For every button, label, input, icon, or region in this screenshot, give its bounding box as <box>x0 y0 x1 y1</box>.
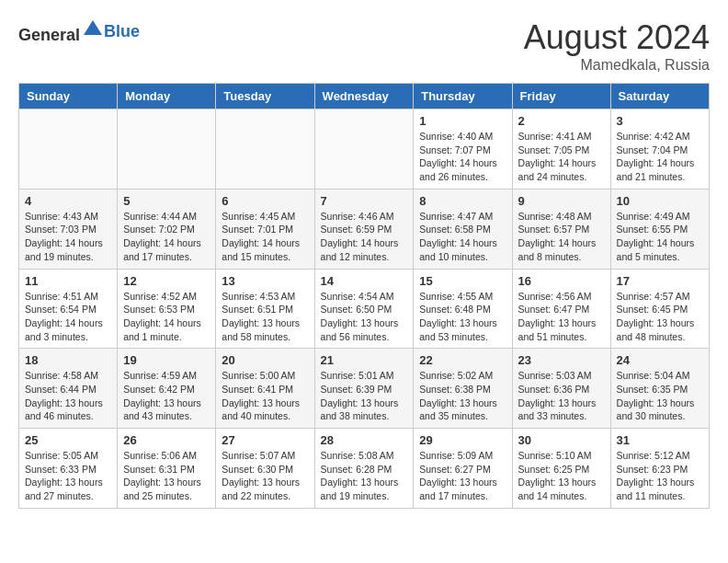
day-detail: Sunrise: 5:04 AM Sunset: 6:35 PM Dayligh… <box>617 369 703 423</box>
main-title: August 2024 <box>524 18 710 57</box>
day-detail: Sunrise: 5:05 AM Sunset: 6:33 PM Dayligh… <box>25 449 111 503</box>
day-detail: Sunrise: 4:54 AM Sunset: 6:50 PM Dayligh… <box>321 290 408 344</box>
logo-general: General <box>18 26 80 44</box>
day-number: 14 <box>321 274 408 288</box>
calendar-week-row: 1Sunrise: 4:40 AM Sunset: 7:07 PM Daylig… <box>19 109 710 190</box>
calendar-cell: 3Sunrise: 4:42 AM Sunset: 7:04 PM Daylig… <box>610 109 709 190</box>
calendar-cell: 20Sunrise: 5:00 AM Sunset: 6:41 PM Dayli… <box>216 349 314 429</box>
day-detail: Sunrise: 4:55 AM Sunset: 6:48 PM Dayligh… <box>419 290 506 344</box>
calendar-cell: 5Sunrise: 4:44 AM Sunset: 7:02 PM Daylig… <box>118 189 216 269</box>
day-detail: Sunrise: 4:44 AM Sunset: 7:02 PM Dayligh… <box>123 210 210 264</box>
day-number: 28 <box>321 433 408 447</box>
day-detail: Sunrise: 4:46 AM Sunset: 6:59 PM Dayligh… <box>321 210 408 264</box>
calendar-cell: 17Sunrise: 4:57 AM Sunset: 6:45 PM Dayli… <box>610 269 709 349</box>
calendar-cell: 9Sunrise: 4:48 AM Sunset: 6:57 PM Daylig… <box>512 189 610 269</box>
day-detail: Sunrise: 4:45 AM Sunset: 7:01 PM Dayligh… <box>222 210 308 264</box>
calendar-cell <box>19 109 118 190</box>
day-number: 6 <box>222 194 308 208</box>
title-block: August 2024 Mamedkala, Russia <box>524 18 710 74</box>
calendar-week-row: 4Sunrise: 4:43 AM Sunset: 7:03 PM Daylig… <box>19 189 710 269</box>
calendar-cell: 1Sunrise: 4:40 AM Sunset: 7:07 PM Daylig… <box>414 109 512 190</box>
day-detail: Sunrise: 4:56 AM Sunset: 6:47 PM Dayligh… <box>518 290 605 344</box>
calendar-cell: 21Sunrise: 5:01 AM Sunset: 6:39 PM Dayli… <box>314 349 414 429</box>
day-number: 15 <box>419 274 506 288</box>
calendar-week-row: 18Sunrise: 4:58 AM Sunset: 6:44 PM Dayli… <box>19 349 710 429</box>
day-number: 3 <box>617 114 703 128</box>
day-number: 4 <box>25 194 111 208</box>
day-number: 12 <box>123 274 210 288</box>
day-detail: Sunrise: 4:58 AM Sunset: 6:44 PM Dayligh… <box>25 369 111 423</box>
weekday-header-friday: Friday <box>512 84 610 109</box>
calendar-cell: 29Sunrise: 5:09 AM Sunset: 6:27 PM Dayli… <box>414 429 512 509</box>
calendar-cell: 16Sunrise: 4:56 AM Sunset: 6:47 PM Dayli… <box>512 269 610 349</box>
calendar-cell: 10Sunrise: 4:49 AM Sunset: 6:55 PM Dayli… <box>610 189 709 269</box>
calendar-cell: 18Sunrise: 4:58 AM Sunset: 6:44 PM Dayli… <box>19 349 118 429</box>
calendar-cell: 22Sunrise: 5:02 AM Sunset: 6:38 PM Dayli… <box>414 349 512 429</box>
day-detail: Sunrise: 4:52 AM Sunset: 6:53 PM Dayligh… <box>123 290 210 344</box>
calendar-cell <box>314 109 414 190</box>
day-detail: Sunrise: 5:01 AM Sunset: 6:39 PM Dayligh… <box>321 369 408 423</box>
calendar-cell: 11Sunrise: 4:51 AM Sunset: 6:54 PM Dayli… <box>19 269 118 349</box>
calendar-cell: 26Sunrise: 5:06 AM Sunset: 6:31 PM Dayli… <box>118 429 216 509</box>
day-number: 22 <box>419 353 506 367</box>
calendar-week-row: 11Sunrise: 4:51 AM Sunset: 6:54 PM Dayli… <box>19 269 710 349</box>
day-number: 30 <box>518 433 605 447</box>
day-number: 7 <box>321 194 408 208</box>
day-number: 29 <box>419 433 506 447</box>
calendar-cell: 14Sunrise: 4:54 AM Sunset: 6:50 PM Dayli… <box>314 269 414 349</box>
day-detail: Sunrise: 4:57 AM Sunset: 6:45 PM Dayligh… <box>617 290 703 344</box>
calendar-cell: 7Sunrise: 4:46 AM Sunset: 6:59 PM Daylig… <box>314 189 414 269</box>
calendar-cell <box>216 109 314 190</box>
day-detail: Sunrise: 4:48 AM Sunset: 6:57 PM Dayligh… <box>518 210 605 264</box>
day-number: 11 <box>25 274 111 288</box>
day-detail: Sunrise: 4:40 AM Sunset: 7:07 PM Dayligh… <box>419 130 506 184</box>
calendar-table: SundayMondayTuesdayWednesdayThursdayFrid… <box>18 83 710 509</box>
day-detail: Sunrise: 4:47 AM Sunset: 6:58 PM Dayligh… <box>419 210 506 264</box>
weekday-header-sunday: Sunday <box>19 84 118 109</box>
day-detail: Sunrise: 5:12 AM Sunset: 6:23 PM Dayligh… <box>617 449 703 503</box>
day-number: 18 <box>25 353 111 367</box>
day-detail: Sunrise: 5:09 AM Sunset: 6:27 PM Dayligh… <box>419 449 506 503</box>
day-detail: Sunrise: 5:00 AM Sunset: 6:41 PM Dayligh… <box>222 369 308 423</box>
calendar-cell: 25Sunrise: 5:05 AM Sunset: 6:33 PM Dayli… <box>19 429 118 509</box>
calendar-cell: 12Sunrise: 4:52 AM Sunset: 6:53 PM Dayli… <box>118 269 216 349</box>
calendar-cell: 8Sunrise: 4:47 AM Sunset: 6:58 PM Daylig… <box>414 189 512 269</box>
subtitle: Mamedkala, Russia <box>524 57 710 74</box>
calendar-cell: 15Sunrise: 4:55 AM Sunset: 6:48 PM Dayli… <box>414 269 512 349</box>
day-number: 20 <box>222 353 308 367</box>
page-header: General Blue August 2024 Mamedkala, Russ… <box>18 18 710 74</box>
logo-icon <box>82 18 104 40</box>
day-detail: Sunrise: 4:49 AM Sunset: 6:55 PM Dayligh… <box>617 210 703 264</box>
day-number: 8 <box>419 194 506 208</box>
day-detail: Sunrise: 5:10 AM Sunset: 6:25 PM Dayligh… <box>518 449 605 503</box>
day-number: 27 <box>222 433 308 447</box>
calendar-cell: 30Sunrise: 5:10 AM Sunset: 6:25 PM Dayli… <box>512 429 610 509</box>
calendar-cell: 4Sunrise: 4:43 AM Sunset: 7:03 PM Daylig… <box>19 189 118 269</box>
day-number: 19 <box>123 353 210 367</box>
weekday-header-monday: Monday <box>118 84 216 109</box>
calendar-cell: 27Sunrise: 5:07 AM Sunset: 6:30 PM Dayli… <box>216 429 314 509</box>
day-detail: Sunrise: 5:06 AM Sunset: 6:31 PM Dayligh… <box>123 449 210 503</box>
day-detail: Sunrise: 4:51 AM Sunset: 6:54 PM Dayligh… <box>25 290 111 344</box>
weekday-header-tuesday: Tuesday <box>216 84 314 109</box>
logo-blue: Blue <box>104 22 140 40</box>
calendar-cell: 24Sunrise: 5:04 AM Sunset: 6:35 PM Dayli… <box>610 349 709 429</box>
day-number: 17 <box>617 274 703 288</box>
day-number: 5 <box>123 194 210 208</box>
day-detail: Sunrise: 4:59 AM Sunset: 6:42 PM Dayligh… <box>123 369 210 423</box>
day-detail: Sunrise: 4:42 AM Sunset: 7:04 PM Dayligh… <box>617 130 703 184</box>
day-number: 9 <box>518 194 605 208</box>
calendar-cell: 13Sunrise: 4:53 AM Sunset: 6:51 PM Dayli… <box>216 269 314 349</box>
day-number: 23 <box>518 353 605 367</box>
logo: General Blue <box>18 18 140 45</box>
calendar-cell: 31Sunrise: 5:12 AM Sunset: 6:23 PM Dayli… <box>610 429 709 509</box>
day-number: 1 <box>419 114 506 128</box>
calendar-cell: 23Sunrise: 5:03 AM Sunset: 6:36 PM Dayli… <box>512 349 610 429</box>
day-number: 24 <box>617 353 703 367</box>
weekday-header-saturday: Saturday <box>610 84 709 109</box>
weekday-header-thursday: Thursday <box>414 84 512 109</box>
calendar-cell: 28Sunrise: 5:08 AM Sunset: 6:28 PM Dayli… <box>314 429 414 509</box>
weekday-header-row: SundayMondayTuesdayWednesdayThursdayFrid… <box>19 84 710 109</box>
svg-marker-0 <box>84 20 102 35</box>
day-number: 26 <box>123 433 210 447</box>
